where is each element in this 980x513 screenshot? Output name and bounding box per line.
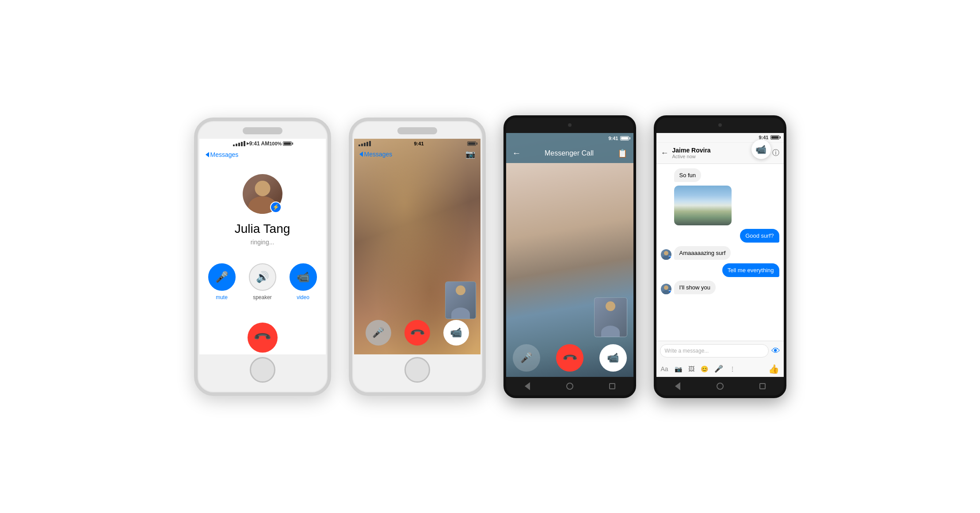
thumbs-up-btn[interactable]: 👍 [768, 364, 779, 374]
p2-controls-bar: 🎤 📞 📹 [354, 320, 480, 346]
video-label: video [297, 294, 309, 300]
pip-self-view [445, 281, 476, 319]
p4-contact-status: Active now [672, 154, 743, 159]
p2-back-btn[interactable]: Messages [359, 151, 393, 158]
p4-info-icon[interactable]: ⓘ [772, 148, 779, 158]
silent-switch [194, 165, 196, 181]
signal-1 [233, 141, 245, 146]
p2-nav-row: Messages 📷 [354, 149, 480, 159]
p3-pip-self-view [594, 297, 627, 337]
call-controls: 🎤 mute 🔊 speaker 📹 video [208, 263, 317, 300]
msg-bubble-4: Amaaaaazing surf [674, 246, 731, 260]
mute-btn[interactable]: 🎤 mute [208, 263, 236, 300]
beach-photo-msg [674, 186, 732, 225]
message-input[interactable]: Write a message... [660, 344, 769, 357]
power-btn-2 [484, 192, 486, 225]
android-shell-4: 9:41 ← Jaime Rovira Active now 📹 [654, 115, 786, 398]
text-style-icon[interactable]: Aa [661, 365, 668, 372]
android-screen-3: 9:41 ← Messenger Call 📋 🎤 📞 📹 [506, 133, 633, 377]
status-bar-1: ▸ 9:41 AM 100% [229, 139, 297, 148]
msg-row-2 [661, 186, 779, 225]
silent-switch-2 [349, 165, 351, 181]
battery-text-1: 100% [269, 141, 282, 146]
p2-back-label: Messages [364, 151, 393, 158]
android-nav-3 [506, 377, 633, 395]
p3-controls-bar: 🎤 📞 📹 [506, 344, 633, 372]
time-3: 9:41 [608, 136, 618, 141]
mic-action-icon[interactable]: 🎤 [714, 365, 723, 373]
video-btn[interactable]: 📹 video [290, 263, 317, 300]
p3-header-right-icon[interactable]: 📋 [618, 148, 627, 158]
p2-video-btn[interactable]: 📹 [443, 320, 469, 346]
messenger-mini-badge [667, 256, 671, 260]
phone-4-android-chat: 9:41 ← Jaime Rovira Active now 📹 [654, 115, 786, 398]
chat-avatar-6 [661, 284, 671, 294]
android-screen-4: 9:41 ← Jaime Rovira Active now 📹 [656, 133, 784, 377]
messages-back-label: Messages [210, 151, 239, 158]
msg-row-1: So fun [661, 168, 779, 182]
android-home-nav-4[interactable] [716, 382, 725, 391]
msg-bubble-3: Good surf? [740, 229, 779, 243]
volume-up-btn [194, 185, 196, 209]
p2-camera-icon[interactable]: 📷 [465, 149, 475, 159]
p3-back-btn[interactable]: ← [512, 148, 521, 158]
android-back-nav[interactable] [523, 382, 532, 391]
call-status: ringing... [251, 239, 275, 246]
status-right-1: 100% [269, 141, 292, 146]
mute-circle: 🎤 [208, 263, 236, 291]
p3-end-btn[interactable]: 📞 [550, 338, 589, 377]
phone-2-iphone-video: 9:41 Messages 📷 [349, 118, 486, 396]
end-call-icon: 📞 [252, 327, 272, 347]
volume-down-btn [194, 214, 196, 238]
p4-header: ← Jaime Rovira Active now 📹 ⓘ [656, 143, 784, 164]
iphone-shell-1: ▸ 9:41 AM 100% Messages [194, 118, 331, 396]
end-call-btn[interactable]: 📞 [248, 323, 278, 353]
battery-2 [467, 141, 476, 146]
p3-mute-btn[interactable]: 🎤 [513, 344, 540, 372]
p3-pip-face [595, 298, 627, 337]
status-bar-3: 9:41 [506, 133, 633, 144]
p4-back-btn[interactable]: ← [661, 148, 669, 158]
p2-mute-btn[interactable]: 🎤 [366, 320, 391, 346]
camera-action-icon[interactable]: 📷 [675, 365, 682, 372]
signal-dot-4 [241, 142, 243, 146]
speaker-btn[interactable]: 🔊 speaker [249, 263, 276, 300]
android-recents-nav[interactable] [608, 382, 617, 391]
video-call-badge[interactable]: 📹 [751, 140, 771, 159]
input-placeholder: Write a message... [665, 348, 709, 354]
msg-row-5: Tell me everything [661, 263, 779, 277]
android-home-nav[interactable] [565, 382, 574, 391]
android-recents-nav-4[interactable] [758, 382, 767, 391]
p3-video-btn[interactable]: 📹 [599, 344, 627, 372]
s2-d1 [358, 144, 360, 146]
msg-bubble-1: So fun [674, 168, 702, 182]
msg-row-4: Amaaaaazing surf [661, 246, 779, 260]
volume-down-btn-2 [349, 214, 351, 238]
battery-3 [620, 136, 629, 141]
p2-end-btn[interactable]: 📞 [399, 314, 435, 350]
chat-avatar-4 [661, 249, 671, 260]
s2-d5 [369, 141, 371, 146]
p1-nav: Messages [199, 148, 326, 161]
android-back-nav-4[interactable] [673, 382, 682, 391]
signal-2 [358, 141, 371, 146]
send-icon[interactable]: 👁 [771, 346, 780, 356]
p4-contact-info: Jaime Rovira Active now [672, 147, 743, 159]
more-action-icon[interactable]: ⋮ [729, 365, 736, 372]
gallery-action-icon[interactable]: 🖼 [688, 365, 694, 372]
signal-dot-2 [236, 144, 237, 146]
contact-name: Julia Tang [235, 222, 290, 236]
p4-messages: So fun Good surf? [656, 164, 784, 341]
signal-dot-3 [238, 143, 240, 146]
status-bar-2: 9:41 [354, 139, 480, 148]
iphone-screen-2: 9:41 Messages 📷 [354, 139, 480, 354]
status-left-2 [358, 141, 371, 146]
messenger-logo-icon: ⚡ [272, 204, 279, 210]
messages-back-btn[interactable]: Messages [206, 151, 239, 158]
signal-dot-5 [244, 141, 245, 146]
s2-d2 [361, 144, 363, 146]
emoji-action-icon[interactable]: 😊 [701, 365, 708, 372]
msg-spacer-1 [661, 171, 671, 182]
chevron-left-icon [206, 152, 209, 157]
phone-1-iphone-calling: ▸ 9:41 AM 100% Messages [194, 118, 331, 396]
